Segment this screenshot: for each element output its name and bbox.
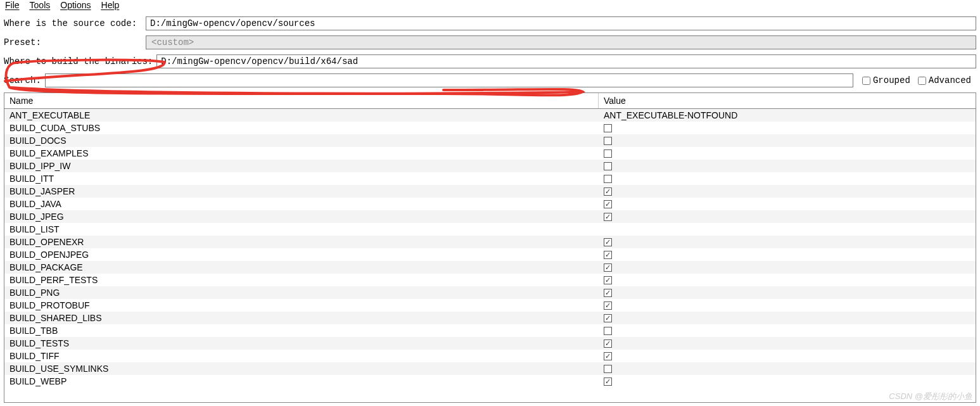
cell-name: BUILD_EXAMPLES xyxy=(4,148,599,158)
cell-name: BUILD_JASPER xyxy=(4,186,599,196)
cell-value[interactable] xyxy=(599,289,976,297)
search-input[interactable] xyxy=(45,73,853,87)
cell-name: BUILD_LIST xyxy=(4,224,599,234)
value-checkbox[interactable] xyxy=(604,213,612,221)
cell-value[interactable] xyxy=(599,213,976,221)
value-checkbox[interactable] xyxy=(604,276,612,284)
value-checkbox[interactable] xyxy=(604,187,612,196)
cell-value[interactable]: ANT_EXECUTABLE-NOTFOUND xyxy=(599,110,976,120)
value-checkbox[interactable] xyxy=(604,149,612,158)
table-row[interactable]: BUILD_WEBP xyxy=(4,375,976,388)
cell-value[interactable] xyxy=(599,238,976,246)
table-row[interactable]: BUILD_PACKAGE xyxy=(4,261,976,274)
advanced-checkbox[interactable] xyxy=(918,77,926,85)
grouped-checkbox[interactable] xyxy=(862,77,870,85)
cell-name: BUILD_PERF_TESTS xyxy=(4,275,599,285)
table-row[interactable]: BUILD_TIFF xyxy=(4,350,976,362)
menu-help[interactable]: Help xyxy=(101,0,120,10)
cell-value[interactable] xyxy=(599,187,976,196)
table-row[interactable]: BUILD_PERF_TESTS xyxy=(4,274,976,286)
cell-value[interactable] xyxy=(599,263,976,272)
value-checkbox[interactable] xyxy=(604,175,612,183)
value-checkbox[interactable] xyxy=(604,352,612,360)
cell-value[interactable] xyxy=(599,352,976,360)
value-checkbox[interactable] xyxy=(604,137,612,145)
value-checkbox[interactable] xyxy=(604,377,612,386)
cell-name: BUILD_JPEG xyxy=(4,212,599,222)
cell-value[interactable] xyxy=(599,124,976,132)
table-row[interactable]: BUILD_SHARED_LIBS xyxy=(4,312,976,324)
value-checkbox[interactable] xyxy=(604,289,612,297)
table-body: ANT_EXECUTABLEANT_EXECUTABLE-NOTFOUNDBUI… xyxy=(4,109,976,388)
table-row[interactable]: BUILD_TBB xyxy=(4,324,976,337)
cell-value[interactable] xyxy=(599,137,976,145)
search-row: Search: Grouped Advanced xyxy=(4,73,976,87)
menu-options[interactable]: Options xyxy=(60,0,91,10)
table-row[interactable]: BUILD_ITT xyxy=(4,172,976,185)
menu-file[interactable]: File xyxy=(5,0,20,10)
value-checkbox[interactable] xyxy=(604,238,612,246)
table-row[interactable]: BUILD_CUDA_STUBS xyxy=(4,122,976,134)
cell-value[interactable] xyxy=(599,339,976,348)
cell-name: BUILD_PACKAGE xyxy=(4,262,599,272)
build-label: Where to build the binaries: xyxy=(4,56,153,67)
menu-tools[interactable]: Tools xyxy=(30,0,51,10)
cell-name: BUILD_WEBP xyxy=(4,376,599,386)
value-checkbox[interactable] xyxy=(604,339,612,348)
table-row[interactable]: BUILD_TESTS xyxy=(4,337,976,350)
cell-value[interactable] xyxy=(599,377,976,386)
table-row[interactable]: BUILD_IPP_IW xyxy=(4,160,976,172)
value-checkbox[interactable] xyxy=(604,301,612,310)
col-value-header[interactable]: Value xyxy=(599,93,976,108)
cell-value[interactable] xyxy=(599,149,976,158)
cell-value[interactable] xyxy=(599,314,976,322)
table-row[interactable]: BUILD_DOCS xyxy=(4,134,976,147)
cell-value[interactable] xyxy=(599,365,976,373)
cell-name: BUILD_PROTOBUF xyxy=(4,300,599,310)
cell-name: BUILD_OPENJPEG xyxy=(4,250,599,260)
preset-dropdown[interactable]: <custom> xyxy=(146,35,976,49)
table-row[interactable]: BUILD_PROTOBUF xyxy=(4,299,976,312)
cell-value[interactable] xyxy=(599,327,976,335)
cell-name: BUILD_CUDA_STUBS xyxy=(4,123,599,133)
cell-name: BUILD_IPP_IW xyxy=(4,161,599,171)
table-row[interactable]: BUILD_JAVA xyxy=(4,198,976,210)
value-checkbox[interactable] xyxy=(604,162,612,170)
grouped-checkbox-wrap[interactable]: Grouped xyxy=(862,75,910,86)
menubar: File Tools Options Help xyxy=(0,0,980,13)
table-header: Name Value xyxy=(4,93,976,109)
cell-name: BUILD_ITT xyxy=(4,174,599,184)
table-row[interactable]: BUILD_OPENEXR xyxy=(4,236,976,248)
cell-name: BUILD_PNG xyxy=(4,288,599,298)
table-row[interactable]: BUILD_USE_SYMLINKS xyxy=(4,362,976,375)
cell-name: BUILD_SHARED_LIBS xyxy=(4,313,599,323)
value-checkbox[interactable] xyxy=(604,314,612,322)
cell-value[interactable] xyxy=(599,301,976,310)
advanced-checkbox-wrap[interactable]: Advanced xyxy=(918,75,971,86)
grouped-label: Grouped xyxy=(873,75,910,86)
value-checkbox[interactable] xyxy=(604,251,612,259)
table-row[interactable]: BUILD_LIST xyxy=(4,223,976,236)
build-input[interactable] xyxy=(156,54,976,68)
value-checkbox[interactable] xyxy=(604,327,612,335)
config-form: Where is the source code: Preset: <custo… xyxy=(0,13,980,87)
advanced-label: Advanced xyxy=(929,75,971,86)
value-checkbox[interactable] xyxy=(604,124,612,132)
table-row[interactable]: BUILD_PNG xyxy=(4,286,976,299)
cell-value[interactable] xyxy=(599,162,976,170)
source-input[interactable] xyxy=(146,16,976,30)
table-row[interactable]: BUILD_EXAMPLES xyxy=(4,147,976,160)
cell-value[interactable] xyxy=(599,175,976,183)
col-name-header[interactable]: Name xyxy=(4,93,599,108)
cell-value[interactable] xyxy=(599,200,976,208)
table-row[interactable]: BUILD_OPENJPEG xyxy=(4,248,976,261)
table-row[interactable]: BUILD_JASPER xyxy=(4,185,976,198)
cell-value[interactable] xyxy=(599,276,976,284)
value-checkbox[interactable] xyxy=(604,200,612,208)
table-row[interactable]: ANT_EXECUTABLEANT_EXECUTABLE-NOTFOUND xyxy=(4,109,976,122)
cell-value[interactable] xyxy=(599,251,976,259)
options-table: Name Value ANT_EXECUTABLEANT_EXECUTABLE-… xyxy=(4,92,976,403)
table-row[interactable]: BUILD_JPEG xyxy=(4,210,976,223)
value-checkbox[interactable] xyxy=(604,365,612,373)
value-checkbox[interactable] xyxy=(604,263,612,272)
